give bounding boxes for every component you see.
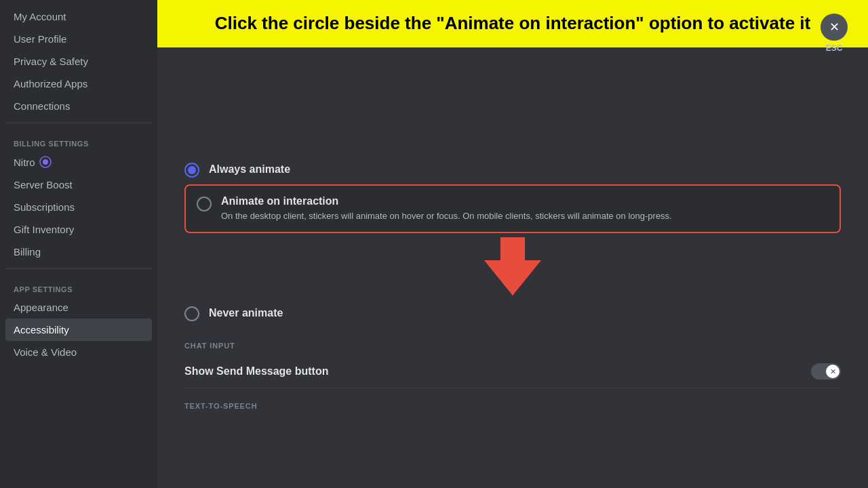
sidebar-item-server-boost[interactable]: Server Boost (5, 174, 152, 196)
sidebar-item-authorized-apps[interactable]: Authorized Apps (5, 73, 152, 95)
main-content: Click the circle beside the "Animate on … (157, 0, 868, 488)
app-section-label: APP SETTINGS (5, 274, 152, 296)
animate-on-interaction-radio[interactable] (197, 197, 212, 211)
esc-circle: ✕ (821, 14, 848, 41)
sidebar-item-privacy-safety[interactable]: Privacy & Safety (5, 50, 152, 73)
chat-input-section-header: CHAT INPUT (184, 342, 841, 350)
never-animate-radio[interactable] (184, 306, 199, 321)
esc-label: ESC (826, 43, 843, 53)
arrow-visual (484, 237, 541, 296)
arrow-shaft (500, 237, 525, 260)
animate-on-interaction-content: Animate on interaction On the desktop cl… (221, 195, 672, 222)
animate-on-interaction-label: Animate on interaction (221, 195, 672, 207)
arrow-area (184, 235, 841, 296)
sidebar: My Account User Profile Privacy & Safety… (0, 0, 157, 488)
toggle-knob: ✕ (826, 365, 840, 378)
show-send-message-label: Show Send Message button (184, 365, 328, 378)
close-icon: ✕ (829, 20, 840, 35)
always-animate-label: Always animate (209, 163, 290, 176)
animate-on-interaction-option: Animate on interaction On the desktop cl… (184, 184, 841, 233)
always-animate-radio[interactable] (184, 163, 199, 178)
sidebar-item-nitro[interactable]: Nitro (5, 150, 152, 174)
sidebar-item-appearance[interactable]: Appearance (5, 296, 152, 319)
sidebar-divider-app (5, 268, 152, 269)
never-animate-label: Never animate (209, 307, 283, 319)
show-send-message-row: Show Send Message button ✕ (184, 355, 841, 388)
sidebar-item-subscriptions[interactable]: Subscriptions (5, 196, 152, 218)
svg-point-1 (43, 159, 48, 165)
animate-on-interaction-desc: On the desktop client, stickers will ani… (221, 210, 672, 222)
sidebar-item-accessibility[interactable]: Accessibility (5, 319, 152, 341)
sidebar-item-user-profile[interactable]: User Profile (5, 28, 152, 50)
sidebar-item-voice-video[interactable]: Voice & Video (5, 341, 152, 363)
tooltip-text: Click the circle beside the "Animate on … (215, 13, 811, 33)
always-animate-row: Always animate (184, 152, 841, 184)
tooltip-overlay: Click the circle beside the "Animate on … (157, 0, 868, 47)
sidebar-divider-billing (5, 123, 152, 123)
arrow-head (484, 260, 541, 296)
sidebar-item-connections[interactable]: Connections (5, 95, 152, 117)
sidebar-item-my-account[interactable]: My Account (5, 5, 152, 28)
esc-button[interactable]: ✕ ESC (821, 14, 848, 53)
billing-section-label: BILLING SETTINGS (5, 129, 152, 150)
nitro-label: Nitro (14, 157, 35, 168)
nitro-icon (39, 156, 52, 168)
sidebar-item-billing[interactable]: Billing (5, 241, 152, 263)
text-to-speech-section-header: TEXT-TO-SPEECH (184, 402, 841, 410)
toggle-x-icon: ✕ (830, 367, 836, 376)
sidebar-item-gift-inventory[interactable]: Gift Inventory (5, 218, 152, 241)
never-animate-row: Never animate (184, 296, 841, 328)
show-send-message-toggle[interactable]: ✕ (811, 363, 841, 380)
